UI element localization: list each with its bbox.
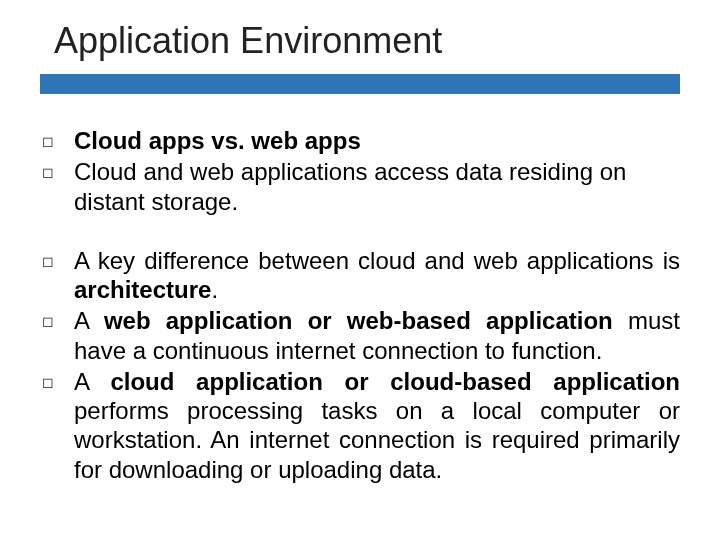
bullet-list: ◻ Cloud apps vs. web apps ◻ Cloud and we… [40, 126, 680, 484]
bullet-text: Cloud and web applications access data r… [74, 157, 680, 216]
bullet-text: A cloud application or cloud-based appli… [74, 367, 680, 484]
list-item: ◻ A web application or web-based applica… [42, 306, 680, 365]
bullet-text: A key difference between cloud and web a… [74, 246, 680, 305]
bullet-text: Cloud apps vs. web apps [74, 126, 680, 155]
square-bullet-icon: ◻ [42, 126, 74, 149]
square-bullet-icon: ◻ [42, 306, 74, 329]
square-bullet-icon: ◻ [42, 246, 74, 269]
square-bullet-icon: ◻ [42, 157, 74, 180]
page-title: Application Environment [54, 20, 680, 62]
title-underline-bar [40, 74, 680, 94]
list-item: ◻ Cloud and web applications access data… [42, 157, 680, 216]
square-bullet-icon: ◻ [42, 367, 74, 390]
slide: Application Environment ◻ Cloud apps vs.… [0, 0, 720, 540]
list-item: ◻ Cloud apps vs. web apps [42, 126, 680, 155]
bullet-text: A web application or web-based applicati… [74, 306, 680, 365]
list-item: ◻ A cloud application or cloud-based app… [42, 367, 680, 484]
list-item: ◻ A key difference between cloud and web… [42, 246, 680, 305]
